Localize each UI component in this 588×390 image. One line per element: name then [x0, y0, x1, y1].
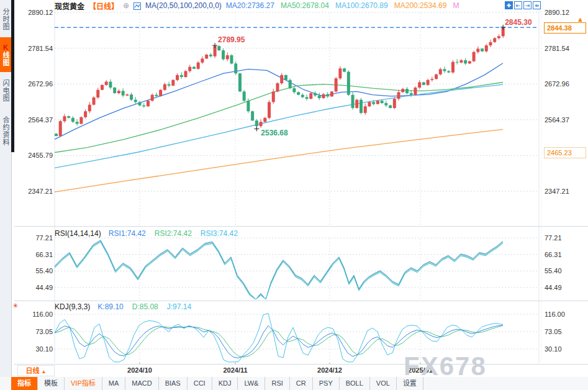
- rsi-axis-label: 55.40: [19, 267, 53, 274]
- rsi-header: RSI(14,14,14) RSI1:74.42RSI2:74.42RSI3:7…: [55, 229, 247, 238]
- y-axis-label: 2672.96: [545, 80, 586, 88]
- panel-divider: [14, 301, 588, 301]
- bottom-tab-MACD[interactable]: MACD: [125, 377, 158, 390]
- rsi-axis-label: 66.31: [19, 251, 53, 258]
- chart-header: 现货黄金 【日线】 ⊕ MA(20,50,100,200,0,0) MA20:2…: [55, 1, 465, 11]
- price-annotation: 2789.95: [218, 35, 245, 44]
- rsi-axis-label: 77.21: [545, 234, 586, 242]
- sidebar-tab-4[interactable]: 合约资料: [0, 109, 11, 153]
- symbol-title: 现货黄金: [55, 1, 84, 11]
- bottom-tab-指标[interactable]: 指标: [11, 377, 38, 390]
- ma-params-label: MA(20,50,100,200,0,0): [145, 1, 222, 10]
- ma-value-label: MA200:2534.69: [394, 1, 447, 10]
- rsi-axis-label: 55.40: [545, 267, 586, 274]
- ma-value-label: MA100:2670.89: [335, 1, 388, 10]
- period-tag: 【日线】: [89, 1, 119, 11]
- indicator-value-label: RSI2:74.42: [155, 229, 192, 238]
- add-overlay-icon[interactable]: ⊕: [123, 1, 129, 10]
- chart-application: 分时图K线图闪电图合约资料 现货黄金 【日线】 ⊕ MA(20,50,100,2…: [0, 0, 588, 390]
- chart-toolbar: ✚⇤⇥⇻: [505, 1, 541, 9]
- rsi-axis-label: 44.49: [545, 284, 586, 291]
- price-annotation: 2536.68: [261, 129, 287, 137]
- y-axis-label: 2672.96: [19, 80, 53, 88]
- ma-value-label: MA20:2736.27: [226, 1, 274, 10]
- bottom-tab-VIP指标[interactable]: VIP指标: [65, 377, 102, 390]
- rsi-axis-label: 44.49: [19, 284, 53, 291]
- bottom-tab-MA[interactable]: MA: [102, 377, 126, 390]
- indicator-settings-icon[interactable]: ✳: [12, 302, 18, 310]
- sidebar-divider-strip: [11, 0, 14, 152]
- indicator-value-label: J:97.14: [167, 302, 191, 311]
- ma-values: MA20:2736.27MA50:2678.04MA100:2670.89MA2…: [226, 1, 466, 10]
- ma-line-icon: [133, 2, 141, 10]
- x-axis-label: 2024/10: [127, 366, 152, 374]
- indicator-value-label: K:89.10: [97, 302, 123, 311]
- kdj-axis-label: 30.10: [19, 345, 53, 353]
- bottom-tab-PSY[interactable]: PSY: [313, 377, 340, 390]
- pan-icon[interactable]: ✚: [505, 1, 513, 9]
- period-selector-button[interactable]: 日线 ▲: [17, 365, 55, 376]
- go-to-latest-icon[interactable]: ⇻: [533, 1, 541, 9]
- y-axis-label: 2347.21: [545, 188, 586, 195]
- kdj-axis-label: 73.05: [19, 328, 53, 335]
- indicator-value-label: D:85.08: [132, 302, 158, 311]
- sidebar-tab-3[interactable]: 闪电图: [0, 73, 11, 108]
- bottom-tab-模板[interactable]: 模板: [38, 377, 65, 390]
- indicator-value-label: RSI3:74.42: [201, 229, 238, 238]
- current-price-box: 2844.38: [544, 22, 586, 34]
- sidebar-tab-2[interactable]: K线图: [0, 37, 11, 72]
- x-axis-label: 2024/12: [317, 366, 342, 374]
- bottom-tab-VOL[interactable]: VOL: [370, 377, 397, 390]
- bottom-tab-bar: 指标模板VIP指标MAMACDBIASCCIKDJLW&RSICRPSYBOLL…: [0, 377, 588, 390]
- chart-canvas[interactable]: [0, 0, 588, 390]
- kdj-axis-label: 116.00: [545, 311, 586, 318]
- bottom-tab-BIAS[interactable]: BIAS: [159, 377, 188, 390]
- kdj-params-label: KDJ(9,3,3): [55, 302, 90, 311]
- ma-value-label: MA50:2678.04: [281, 1, 329, 10]
- x-axis-row: 日线 ▲ 2024/102024/112024/122025/01: [14, 364, 588, 378]
- sidebar-tab-1[interactable]: 分时图: [0, 2, 11, 36]
- ma-value-label: M: [453, 1, 459, 10]
- rsi-params-label: RSI(14,14,14): [55, 229, 101, 238]
- y-axis-label: 2564.37: [19, 116, 53, 124]
- scale-x-axis-icon[interactable]: ⇤: [514, 1, 522, 9]
- y-axis-label: 2347.21: [19, 188, 53, 195]
- indicator-value-label: RSI1:74.42: [109, 229, 146, 238]
- kdj-axis-label: 30.10: [545, 345, 586, 353]
- kdj-axis-label: 116.00: [19, 311, 53, 318]
- y-axis-label: 2564.37: [545, 116, 586, 124]
- rsi-axis-label: 77.21: [19, 234, 53, 242]
- y-axis-label: 2455.79: [19, 152, 53, 159]
- kdj-header: KDJ(9,3,3) K:89.10D:85.08J:97.14: [55, 302, 200, 311]
- y-axis-label: 2781.54: [19, 45, 53, 52]
- x-axis-label: 2024/11: [223, 366, 247, 374]
- watermark: FX678: [404, 351, 487, 381]
- bottom-tab-KDJ[interactable]: KDJ: [212, 377, 238, 390]
- left-sidebar: 分时图K线图闪电图合约资料: [0, 0, 12, 390]
- bottom-tab-RSI[interactable]: RSI: [265, 377, 289, 390]
- bottom-tab-CR[interactable]: CR: [290, 377, 313, 390]
- price-annotation: 2845.30: [505, 18, 531, 27]
- scale-y-axis-icon[interactable]: ⇥: [523, 1, 531, 9]
- rsi-axis-label: 66.31: [545, 251, 586, 258]
- y-axis-label: 2890.12: [19, 9, 53, 16]
- bottom-tab-CCI[interactable]: CCI: [188, 377, 212, 390]
- dropdown-arrow-icon: ▲: [42, 369, 47, 374]
- new-high-arrow-icon: ▲: [577, 16, 584, 23]
- y-axis-label: 2781.54: [545, 45, 586, 52]
- panel-divider: [14, 226, 588, 227]
- y-axis-label: 2890.12: [545, 9, 586, 16]
- ma200-price-box: 2465.23: [544, 147, 586, 158]
- kdj-axis-label: 73.05: [545, 328, 586, 335]
- bottom-tab-LW&[interactable]: LW&: [238, 377, 265, 390]
- bottom-tab-BOLL[interactable]: BOLL: [340, 377, 370, 390]
